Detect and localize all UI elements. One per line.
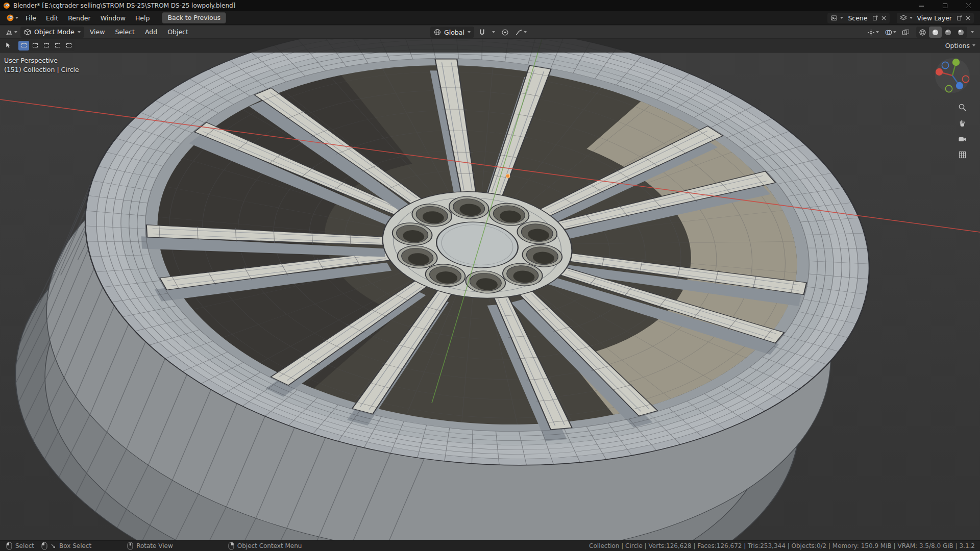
view-layer-selector[interactable]: View Layer: [897, 13, 974, 23]
chevron-down-icon: [78, 31, 81, 33]
mouse-left-drag-icon: [41, 542, 47, 550]
back-to-previous-button[interactable]: Back to Previous: [162, 12, 226, 23]
scene-icon: [830, 14, 838, 21]
orientation-dropdown[interactable]: Global: [430, 27, 474, 38]
new-scene-icon[interactable]: [872, 15, 878, 21]
solid-shading-icon: [932, 29, 939, 36]
show-gizmos-toggle[interactable]: [865, 27, 881, 38]
chevron-down-icon: [893, 31, 896, 33]
scene-selector[interactable]: Scene: [827, 13, 889, 23]
mouse-right-icon: [228, 542, 234, 550]
select-mode-extend[interactable]: [30, 41, 40, 51]
view-layer-name: View Layer: [915, 14, 954, 22]
menu-file[interactable]: File: [21, 13, 41, 23]
viewport-options-dropdown[interactable]: Options: [945, 42, 975, 49]
shading-rendered-button[interactable]: [954, 27, 967, 38]
shading-mode-group: [916, 27, 967, 38]
chevron-down-icon: [468, 31, 471, 33]
view-layer-icon: [900, 14, 907, 21]
minimize-button[interactable]: [910, 0, 933, 11]
zoom-button[interactable]: [955, 101, 969, 113]
shading-solid-button[interactable]: [929, 27, 942, 38]
menu-window[interactable]: Window: [96, 13, 130, 23]
object-mode-icon: [24, 29, 31, 36]
hint-label: Rotate View: [136, 542, 173, 549]
proportional-falloff-dropdown[interactable]: [513, 27, 529, 38]
close-icon: [966, 3, 971, 9]
viewport-3d[interactable]: Options User Perspective (151) Collectio…: [0, 39, 980, 540]
blender-logo-icon: [3, 2, 10, 9]
menu-edit[interactable]: Edit: [41, 13, 63, 23]
tool-settings-bar: Options: [0, 39, 980, 53]
box-select-invert-icon: [55, 43, 60, 47]
menu-select[interactable]: Select: [110, 27, 139, 37]
toggle-ortho-button[interactable]: [955, 148, 969, 161]
orientation-label: Global: [444, 29, 464, 36]
mode-dropdown[interactable]: Object Mode: [20, 27, 84, 38]
snap-toggle[interactable]: [476, 27, 488, 38]
shading-material-button[interactable]: [942, 27, 954, 38]
statusbar: Select Box Select Rotate View Object Con…: [0, 540, 980, 551]
topbar-right: Scene View Layer: [827, 13, 976, 23]
chevron-down-icon: [910, 17, 913, 19]
menu-view[interactable]: View: [85, 27, 110, 37]
viewport-3d-canvas[interactable]: [0, 39, 980, 540]
proportional-editing-toggle[interactable]: [499, 27, 511, 38]
remove-view-layer-icon[interactable]: [965, 15, 971, 21]
rendered-shading-icon: [957, 29, 965, 36]
menu-add[interactable]: Add: [140, 27, 162, 37]
close-button[interactable]: [957, 0, 980, 11]
wireframe-shading-icon: [919, 29, 926, 36]
new-view-layer-icon[interactable]: [957, 15, 963, 21]
viewport-editor-icon: [5, 28, 13, 36]
active-collection-label: (151) Collection | Circle: [4, 65, 79, 74]
select-mode-intersect[interactable]: [63, 41, 74, 51]
unlink-scene-icon[interactable]: [881, 15, 887, 21]
material-shading-icon: [944, 29, 952, 36]
camera-view-button[interactable]: [955, 133, 969, 145]
shading-wireframe-button[interactable]: [916, 27, 929, 38]
viewport-display-tools: [865, 27, 976, 38]
shading-dropdown[interactable]: [969, 27, 976, 38]
chevron-down-icon: [876, 31, 879, 33]
box-select-icon: [21, 43, 27, 47]
move-view-button[interactable]: [955, 117, 969, 129]
box-select-extend-icon: [33, 43, 38, 47]
chevron-down-icon: [840, 17, 843, 19]
navigation-gizmo[interactable]: [933, 56, 972, 95]
editor-type-button[interactable]: [3, 27, 19, 38]
window-controls: [910, 0, 980, 11]
show-overlays-toggle[interactable]: [883, 27, 898, 38]
hint-label: Box Select: [59, 542, 91, 549]
menu-object[interactable]: Object: [163, 27, 193, 37]
viewport-side-tools: [955, 101, 969, 161]
select-mode-group: [18, 40, 75, 51]
blender-logo-icon: [6, 14, 14, 22]
drag-arrow-icon: [51, 543, 56, 549]
select-mode-set[interactable]: [18, 41, 29, 51]
view-perspective-label: User Perspective: [4, 56, 79, 65]
hand-icon: [958, 119, 967, 128]
maximize-button[interactable]: [933, 0, 957, 11]
active-tool-select-box-icon[interactable]: [5, 41, 13, 49]
chevron-down-icon: [524, 31, 527, 33]
app-menu-button[interactable]: [4, 12, 20, 23]
select-mode-invert[interactable]: [52, 41, 63, 51]
chevron-down-icon: [971, 31, 974, 33]
proportional-editing-icon: [501, 29, 509, 36]
keymap-hint-rotate-view: Rotate View: [127, 542, 173, 550]
box-select-subtract-icon: [44, 43, 49, 47]
select-mode-subtract[interactable]: [41, 41, 52, 51]
keymap-hint-select: Select: [6, 542, 34, 550]
hint-label: Select: [15, 542, 34, 549]
scene-name: Scene: [846, 14, 869, 22]
menu-help[interactable]: Help: [131, 13, 155, 23]
window-titlebar: Blender* [E:\cgtrader selling\STROM DS-2…: [0, 0, 980, 11]
chevron-down-icon: [972, 44, 975, 46]
toggle-xray-button[interactable]: [900, 27, 912, 38]
mouse-left-icon: [6, 542, 12, 550]
snap-dropdown[interactable]: [490, 27, 497, 38]
menu-render[interactable]: Render: [63, 13, 95, 23]
mode-label: Object Mode: [34, 28, 75, 36]
chevron-down-icon: [14, 31, 17, 33]
